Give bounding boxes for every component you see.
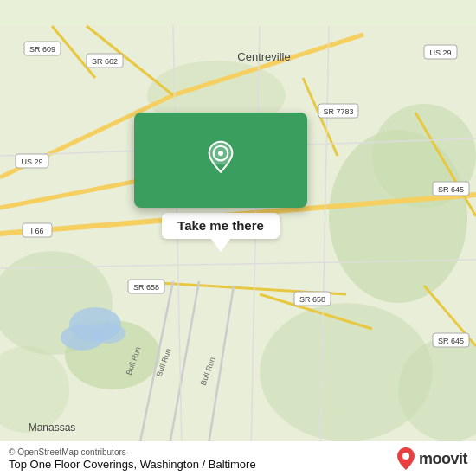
svg-point-59 — [402, 453, 409, 460]
bottom-bar: © OpenStreetMap contributors Top One Flo… — [0, 441, 476, 476]
map-attribution: © OpenStreetMap contributors — [9, 447, 256, 457]
popup-box[interactable] — [134, 113, 307, 208]
svg-text:Manassas: Manassas — [29, 421, 76, 434]
map-container: SR 609 US 29 SR 662 Centreville US 29 SR… — [0, 0, 476, 476]
svg-point-58 — [218, 151, 223, 156]
popup-label-row[interactable]: Take me there — [162, 213, 280, 239]
popup-tail — [210, 238, 231, 252]
svg-text:SR 645: SR 645 — [438, 185, 464, 194]
moovit-pin-icon — [396, 447, 415, 471]
svg-text:US 29: US 29 — [429, 48, 451, 57]
svg-text:SR 7783: SR 7783 — [323, 107, 353, 116]
svg-point-11 — [91, 323, 125, 344]
svg-text:I 66: I 66 — [30, 227, 43, 235]
svg-text:Centreville: Centreville — [237, 50, 290, 63]
take-me-there-label: Take me there — [177, 218, 264, 233]
svg-text:SR 609: SR 609 — [29, 45, 55, 54]
moovit-brand-text: moovit — [419, 450, 467, 468]
svg-text:SR 658: SR 658 — [133, 283, 159, 292]
svg-text:US 29: US 29 — [21, 158, 42, 166]
svg-text:SR 645: SR 645 — [438, 337, 464, 345]
svg-text:SR 658: SR 658 — [299, 295, 325, 304]
location-pin-icon — [203, 140, 238, 175]
svg-text:SR 662: SR 662 — [92, 57, 118, 66]
place-name: Top One Floor Coverings, Washington / Ba… — [9, 458, 256, 471]
bottom-left: © OpenStreetMap contributors Top One Flo… — [9, 447, 256, 471]
moovit-logo: moovit — [396, 447, 467, 471]
location-popup[interactable]: Take me there — [134, 113, 307, 252]
